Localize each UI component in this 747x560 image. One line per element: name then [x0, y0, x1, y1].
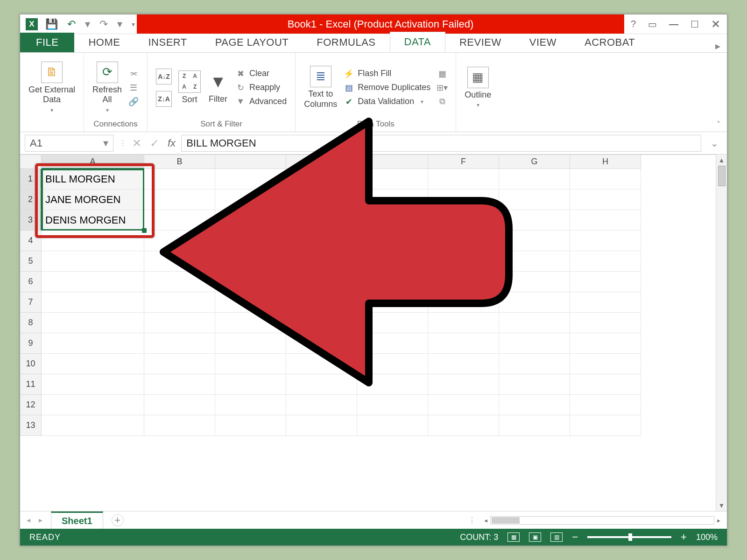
cell[interactable]	[428, 272, 499, 292]
cell[interactable]	[428, 292, 499, 313]
cell[interactable]	[428, 210, 499, 231]
cell[interactable]	[357, 415, 428, 436]
cell[interactable]	[144, 169, 215, 189]
cell[interactable]	[144, 210, 215, 231]
scroll-up-icon[interactable]: ▲	[719, 156, 725, 164]
tab-view[interactable]: VIEW	[515, 33, 571, 52]
fill-handle[interactable]	[142, 228, 147, 233]
col-header-a[interactable]: A	[42, 155, 144, 169]
vertical-scrollbar[interactable]: ▲ ▼	[716, 154, 727, 511]
cell[interactable]	[357, 395, 428, 415]
cell[interactable]: BILL MORGEN	[42, 169, 144, 189]
minimize-icon[interactable]: —	[669, 19, 678, 29]
cell[interactable]	[215, 231, 286, 251]
row-header[interactable]: 6	[20, 272, 42, 292]
cell[interactable]	[357, 333, 428, 354]
cell[interactable]: DENIS MORGEN	[42, 210, 144, 231]
fx-icon[interactable]: fx	[168, 137, 176, 149]
row-header[interactable]: 1	[20, 169, 42, 189]
help-icon[interactable]: ?	[631, 19, 636, 29]
advanced-button[interactable]: ▼Advanced	[235, 97, 287, 107]
cell[interactable]	[357, 374, 428, 395]
cell[interactable]	[499, 313, 570, 333]
tab-acrobat[interactable]: ACROBAT	[571, 33, 649, 52]
cell[interactable]	[42, 313, 144, 333]
tab-pagelayout[interactable]: PAGE LAYOUT	[201, 33, 303, 52]
cell[interactable]	[570, 354, 641, 374]
cell[interactable]	[144, 251, 215, 272]
cell[interactable]	[428, 354, 499, 374]
col-header-f[interactable]: F	[428, 155, 499, 169]
redo-icon[interactable]: ↷	[98, 18, 110, 30]
tab-data[interactable]: DATA	[390, 32, 445, 52]
row-header[interactable]: 13	[20, 415, 42, 436]
cell[interactable]	[357, 251, 428, 272]
cell[interactable]	[499, 210, 570, 231]
col-header-c[interactable]	[215, 155, 286, 169]
sort-asc-icon[interactable]: A↓Z	[156, 69, 172, 84]
cell[interactable]	[428, 374, 499, 395]
cell[interactable]	[215, 251, 286, 272]
cell[interactable]	[499, 231, 570, 251]
flash-fill-button[interactable]: ⚡Flash Fill	[344, 69, 430, 79]
relationships-icon[interactable]: ⧉	[437, 97, 447, 107]
col-header-h[interactable]: H	[570, 155, 641, 169]
sort-button[interactable]: ZAAZ Sort	[178, 70, 201, 105]
cell[interactable]	[428, 251, 499, 272]
cell[interactable]	[286, 231, 357, 251]
row-header[interactable]: 5	[20, 251, 42, 272]
name-box-dropdown-icon[interactable]: ▾	[103, 137, 108, 149]
cell[interactable]	[42, 415, 144, 436]
cell[interactable]	[42, 272, 144, 292]
cell[interactable]	[570, 292, 641, 313]
cell[interactable]	[286, 333, 357, 354]
cell[interactable]	[286, 189, 357, 210]
select-all-corner[interactable]	[20, 155, 42, 169]
cell[interactable]	[570, 415, 641, 436]
zoom-out-icon[interactable]: −	[572, 531, 578, 543]
redo-dropdown-icon[interactable]: ▾	[115, 18, 124, 30]
cell[interactable]	[144, 333, 215, 354]
hscroll-thumb[interactable]	[492, 517, 520, 524]
sheet-tab[interactable]: Sheet1	[51, 511, 103, 529]
cell[interactable]	[144, 292, 215, 313]
cell[interactable]	[357, 210, 428, 231]
cell[interactable]	[428, 333, 499, 354]
cell[interactable]	[570, 189, 641, 210]
view-pagelayout-icon[interactable]: ▣	[529, 532, 541, 542]
row-header[interactable]: 7	[20, 292, 42, 313]
cell[interactable]	[357, 354, 428, 374]
filter-button[interactable]: ▼ Filter	[207, 71, 229, 105]
cell[interactable]	[357, 313, 428, 333]
text-to-columns-button[interactable]: ≣ Text to Columns	[304, 66, 337, 109]
cell[interactable]	[42, 251, 144, 272]
row-header[interactable]: 3	[20, 210, 42, 231]
row-header[interactable]: 4	[20, 231, 42, 251]
cell[interactable]	[144, 395, 215, 415]
cell[interactable]	[215, 374, 286, 395]
row-header[interactable]: 9	[20, 333, 42, 354]
view-pagebreak-icon[interactable]: ▥	[550, 532, 563, 542]
row-header[interactable]: 12	[20, 395, 42, 415]
cell[interactable]	[570, 313, 641, 333]
properties-icon[interactable]: ☰	[128, 83, 139, 93]
tab-scroll-right-icon[interactable]: ▸	[715, 40, 727, 52]
clear-button[interactable]: ✖Clear	[235, 69, 287, 79]
cell[interactable]	[215, 395, 286, 415]
cell[interactable]	[144, 374, 215, 395]
zoom-slider[interactable]	[587, 536, 671, 538]
tab-review[interactable]: REVIEW	[445, 33, 515, 52]
cell[interactable]	[428, 395, 499, 415]
cell[interactable]	[428, 189, 499, 210]
qat-customize-icon[interactable]: ▾	[130, 21, 137, 28]
cell[interactable]	[570, 169, 641, 189]
cell[interactable]	[286, 415, 357, 436]
sheet-nav-prev-icon[interactable]: ◂	[27, 516, 30, 525]
cell[interactable]	[286, 292, 357, 313]
consolidate-icon[interactable]: ▦	[437, 69, 447, 79]
scroll-right-icon[interactable]: ▸	[717, 517, 720, 524]
row-header[interactable]: 8	[20, 313, 42, 333]
cell[interactable]	[570, 231, 641, 251]
cell[interactable]	[499, 189, 570, 210]
cell[interactable]: JANE MORGEN	[42, 189, 144, 210]
